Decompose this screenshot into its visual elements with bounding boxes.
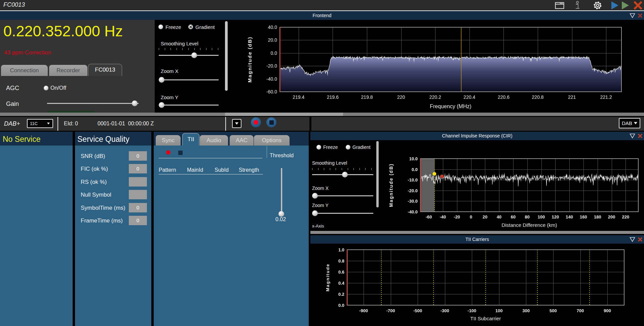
- cir-zoom-y-slider-handle[interactable]: [312, 210, 318, 216]
- cir-gradient-radio[interactable]: [346, 145, 350, 150]
- dab-bar: DAB+ 11C EId: 0 0001-01-01 00:00:00 Z DA…: [0, 116, 644, 132]
- tab-options[interactable]: Options: [254, 135, 290, 146]
- smoothing-slider-handle[interactable]: [191, 52, 197, 58]
- spectrum-chart[interactable]: [230, 20, 644, 113]
- app-window: FC0013 Frontend 0.22: [0, 0, 644, 326]
- cir-gradient-label: Gradient: [352, 145, 371, 150]
- gear-icon[interactable]: [593, 1, 602, 10]
- cir-smoothing-label: Smoothing Level: [312, 160, 347, 166]
- close-panel-icon[interactable]: [638, 13, 643, 18]
- tii-sync-indicator: [166, 150, 171, 155]
- bottom-area: No Service Service Quality SNR (dB) 0 FI…: [0, 132, 644, 326]
- cir-zoom-x-slider-handle[interactable]: [312, 193, 318, 199]
- info-icon[interactable]: [575, 1, 580, 10]
- caret-down-icon: [235, 122, 238, 125]
- cir-hscrollbar[interactable]: [310, 231, 644, 234]
- service-quality-panel: Service Quality SNR (dB) 0 FIC (ok %) 0 …: [75, 132, 151, 326]
- right-column: Channel Impulse Response (CIR) Freeze Gr…: [310, 132, 644, 326]
- close-app-icon[interactable]: [633, 0, 643, 10]
- sq-label-rs: RS (ok %): [81, 179, 107, 186]
- frequency-display: 0.220.352.000 Hz: [3, 23, 123, 40]
- record-button[interactable]: [251, 117, 261, 127]
- detail-panel: Sync TII Audio AAC Options Pattern MainI…: [154, 132, 309, 326]
- play-button[interactable]: [611, 1, 618, 9]
- freeze-label: Freeze: [165, 24, 181, 30]
- spectrum-controls: Freeze Gradient Smoothing Level Zoom X Z…: [155, 20, 230, 113]
- cir-zoom-y-label: Zoom Y: [312, 203, 329, 208]
- frontend-hscrollbar-thumb[interactable]: [225, 113, 343, 116]
- gradient-radio[interactable]: [188, 25, 193, 29]
- window-panel-icon[interactable]: [555, 2, 564, 9]
- zoom-y-slider[interactable]: [159, 105, 219, 106]
- service-list-body[interactable]: [0, 146, 73, 326]
- service-quality-title: Service Quality: [75, 132, 151, 144]
- channel-dropdown[interactable]: 11C: [27, 119, 53, 128]
- record-options-dropdown[interactable]: [232, 119, 241, 128]
- frontend-hscrollbar[interactable]: [0, 113, 644, 116]
- cir-title: Channel Impulse Response (CIR): [442, 133, 512, 138]
- frontend-panel-header[interactable]: Frontend: [0, 11, 644, 20]
- dab-bar-sep1: [58, 117, 58, 131]
- sq-label-symboltime: SymbolTime (ms): [81, 205, 125, 211]
- play-secondary-button[interactable]: [622, 1, 629, 9]
- cir-header[interactable]: Channel Impulse Response (CIR): [310, 132, 644, 140]
- col-strength: Strength: [239, 167, 259, 173]
- sq-label-snr: SNR (dB): [81, 153, 105, 160]
- frontend-panel: 0.220.352.000 Hz 43 ppm Correction Conne…: [0, 20, 644, 113]
- agc-radio[interactable]: [44, 86, 48, 90]
- smoothing-slider[interactable]: [159, 55, 219, 56]
- sq-label-fic: FIC (ok %): [81, 166, 108, 172]
- cir-x-axis-label: x-Axis: [312, 223, 324, 229]
- gradient-label: Gradient: [195, 24, 215, 30]
- close-panel-icon[interactable]: [638, 133, 643, 138]
- cir-smoothing-slider-handle[interactable]: [342, 172, 348, 177]
- threshold-divider: [267, 146, 267, 158]
- sq-label-null: Null Symbol: [81, 192, 111, 198]
- service-quality-body: SNR (dB) 0 FIC (ok %) 0 RS (ok %) Null S…: [75, 146, 151, 326]
- tab-recorder[interactable]: Recorder: [49, 65, 87, 76]
- collapse-icon[interactable]: [630, 133, 635, 138]
- zoom-x-slider-handle[interactable]: [159, 77, 164, 83]
- stop-button[interactable]: [266, 117, 276, 127]
- sq-value-rs: [129, 177, 147, 187]
- collapse-icon[interactable]: [630, 237, 635, 242]
- tii-chart[interactable]: [310, 244, 644, 326]
- tab-tii[interactable]: TII: [182, 133, 199, 146]
- collapse-icon[interactable]: [630, 13, 635, 18]
- cir-freeze-radio[interactable]: [316, 145, 321, 150]
- tab-fc0013[interactable]: FC0013: [88, 64, 122, 76]
- zoom-x-slider[interactable]: [159, 79, 219, 80]
- service-list-header: No Service: [0, 132, 73, 146]
- tii-header[interactable]: TII Carriers: [310, 235, 644, 244]
- tab-connection[interactable]: Connection: [1, 65, 48, 76]
- gain-slider[interactable]: [47, 103, 139, 104]
- detail-body: [154, 146, 309, 326]
- dab-bar-right: [311, 117, 644, 131]
- gain-label: Gain: [6, 100, 19, 108]
- col-subid: SubId: [215, 167, 229, 173]
- sq-value-snr: 0: [129, 151, 147, 161]
- tab-sync[interactable]: Sync: [156, 135, 181, 146]
- dab-mode-label: DAB+: [4, 120, 20, 127]
- cir-zoom-x-slider[interactable]: [312, 195, 373, 196]
- sq-value-null: [129, 190, 147, 199]
- cir-controls-scrollbar[interactable]: [376, 141, 379, 207]
- tii-square-indicator: [178, 151, 183, 155]
- close-panel-icon[interactable]: [638, 237, 643, 242]
- gain-slider-handle[interactable]: [132, 100, 138, 106]
- zoom-y-label: Zoom Y: [161, 94, 178, 100]
- tab-aac[interactable]: AAC: [230, 135, 254, 146]
- tab-audio[interactable]: Audio: [200, 135, 228, 146]
- controls-scrollbar[interactable]: [225, 21, 228, 91]
- cir-zoom-y-slider[interactable]: [312, 213, 373, 214]
- cir-chart[interactable]: [380, 140, 644, 231]
- service-list-title: No Service: [0, 132, 73, 144]
- stop-icon: [269, 120, 274, 125]
- threshold-slider[interactable]: [281, 168, 282, 212]
- threshold-slider-handle[interactable]: [278, 211, 284, 217]
- freeze-radio[interactable]: [158, 25, 163, 29]
- tii-title: TII Carriers: [465, 237, 489, 242]
- output-mode-dropdown[interactable]: DAB: [619, 118, 640, 128]
- zoom-y-slider-handle[interactable]: [159, 102, 164, 108]
- service-list-panel: No Service: [0, 132, 73, 326]
